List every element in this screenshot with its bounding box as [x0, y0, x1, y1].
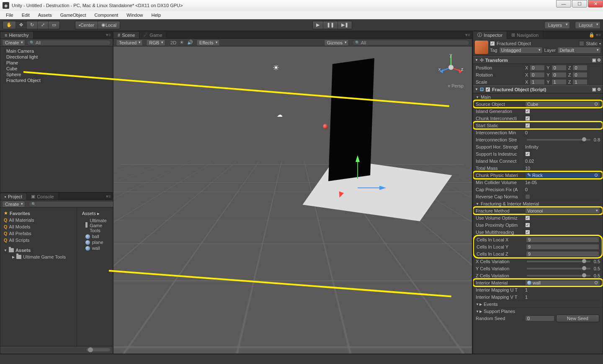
scene-render-dropdown[interactable]: RGB — [146, 39, 165, 46]
gizmo-y-axis[interactable] — [356, 155, 360, 162]
panel-options-icon[interactable]: ▾≡ — [104, 194, 113, 199]
pause-button[interactable]: ❚❚ — [323, 21, 338, 29]
assets-subfolder[interactable]: ▶Ultimate Game Tools — [2, 254, 75, 260]
inter-stre-slider[interactable] — [527, 139, 590, 141]
pivot-center-button[interactable]: ▪ Center — [75, 21, 98, 29]
support-planes-section[interactable]: ▶ Support Planes — [473, 308, 603, 315]
start-static-checkbox[interactable]: ✓ — [525, 123, 530, 128]
scene-tab[interactable]: # Scene — [113, 32, 139, 38]
fav-item[interactable]: QAll Materials — [2, 217, 75, 223]
scene-audio-toggle[interactable]: 🔊 — [187, 40, 193, 45]
cells-x-field[interactable]: 9 — [526, 237, 599, 243]
gameobject-name[interactable]: Fractured Object — [497, 41, 531, 46]
fav-item[interactable]: QAll Prefabs — [2, 230, 75, 237]
script-component-header[interactable]: ▼⊡ ✓ Fractured Object (Script)▣ ⚙ — [473, 85, 603, 93]
hierarchy-item[interactable]: Directional light — [1, 54, 112, 60]
scene-search[interactable]: All — [352, 40, 469, 46]
pos-y-field[interactable]: 0 — [551, 65, 567, 71]
fracturing-section[interactable]: Fracturing & Interior Material — [473, 200, 603, 207]
static-checkbox[interactable] — [579, 41, 584, 46]
asset-folder-item[interactable]: Ultimate Game Tools — [79, 218, 111, 233]
orientation-gizmo[interactable]: y xz — [438, 54, 464, 81]
gameobject-active-checkbox[interactable]: ✓ — [490, 41, 495, 46]
pivot-local-button[interactable]: ◉ Local — [98, 21, 120, 29]
project-breadcrumb[interactable]: Assets ▸ — [79, 210, 111, 218]
panel-options-icon[interactable]: ▾≡ — [104, 32, 113, 38]
hierarchy-item-cube[interactable]: Cube — [1, 66, 112, 72]
cells-y-field[interactable]: 9 — [526, 244, 599, 250]
navigation-tab[interactable]: ⊞ Navigation — [507, 31, 543, 38]
tag-dropdown[interactable]: Untagged — [499, 47, 543, 54]
pos-z-field[interactable]: 0 — [572, 65, 588, 71]
hierarchy-search[interactable]: All — [27, 40, 111, 46]
asset-material-item[interactable]: plane — [79, 239, 111, 245]
island-gen-checkbox[interactable]: ✓ — [525, 109, 530, 114]
scene-effects-dropdown[interactable]: Effects — [196, 39, 219, 46]
gizmo-x-axis[interactable] — [379, 186, 386, 190]
menu-window[interactable]: Window — [122, 12, 147, 18]
panel-options-icon[interactable]: ▾≡ — [464, 32, 472, 38]
reverse-cap-checkbox[interactable] — [525, 194, 530, 199]
menu-component[interactable]: Component — [90, 12, 122, 18]
step-button[interactable]: ▶❚ — [338, 21, 352, 29]
cells-z-field[interactable]: 9 — [526, 251, 599, 257]
game-tab[interactable]: ☄ Game — [139, 31, 167, 38]
scene-light-toggle[interactable]: ☀ — [180, 40, 184, 45]
rot-z-field[interactable]: 0 — [572, 72, 588, 78]
rot-x-field[interactable]: 0 — [530, 72, 545, 78]
transform-component-header[interactable]: ▼⊹ Transform▣ ⚙ — [473, 56, 603, 64]
perspective-label[interactable]: ≡ Persp — [448, 83, 464, 88]
hierarchy-create-dropdown[interactable]: Create — [2, 39, 25, 46]
hierarchy-item[interactable]: Main Camera — [1, 48, 112, 54]
scale-x-field[interactable]: 1 — [530, 79, 545, 85]
pos-x-field[interactable]: 0 — [530, 65, 545, 71]
source-object-field[interactable]: Cube⊙ — [525, 101, 600, 107]
layout-dropdown[interactable]: Layout — [575, 21, 600, 29]
hand-tool-button[interactable]: ✋ — [3, 21, 16, 29]
asset-material-item[interactable]: ball — [79, 233, 111, 239]
asset-material-wall[interactable]: wall — [79, 245, 111, 251]
maximize-button[interactable]: ☐ — [572, 0, 587, 8]
menu-file[interactable]: File — [2, 12, 18, 18]
scene-gizmos-dropdown[interactable]: Gizmos — [324, 39, 349, 46]
rotate-tool-button[interactable]: ↻ — [27, 21, 38, 29]
assets-folder[interactable]: ▼Assets — [2, 247, 75, 254]
menu-edit[interactable]: Edit — [18, 12, 34, 18]
favorites-header[interactable]: ★Favorites — [2, 210, 75, 217]
console-tab[interactable]: ▣ Console — [27, 193, 58, 200]
menu-assets[interactable]: Assets — [34, 12, 56, 18]
hierarchy-tab[interactable]: ≡ Hierarchy — [0, 32, 34, 38]
random-seed-field[interactable]: 0 — [525, 315, 554, 321]
chunk-inter-checkbox[interactable]: ✓ — [525, 116, 530, 121]
move-tool-button[interactable]: ✥ — [16, 21, 27, 29]
close-button[interactable]: ✕ — [588, 0, 603, 8]
layers-dropdown[interactable]: Layers — [544, 21, 570, 29]
scene-2d-toggle[interactable]: 2D — [170, 40, 176, 45]
hierarchy-item[interactable]: Plane — [1, 60, 112, 66]
menu-help[interactable]: Help — [147, 12, 165, 18]
project-create-dropdown[interactable]: Create — [2, 201, 25, 208]
menu-gameobject[interactable]: GameObject — [56, 12, 90, 18]
scene-shading-dropdown[interactable]: Textured — [116, 39, 143, 46]
minimize-button[interactable]: — — [556, 0, 571, 8]
support-indes-checkbox[interactable]: ✓ — [525, 151, 530, 156]
inspector-tab[interactable]: ⓘ Inspector — [473, 31, 507, 39]
fav-item[interactable]: QAll Scripts — [2, 237, 75, 244]
layer-dropdown[interactable]: Default — [557, 47, 601, 54]
rot-y-field[interactable]: 0 — [551, 72, 567, 78]
project-tab[interactable]: ▪ Project — [0, 193, 27, 200]
scale-tool-button[interactable]: ⤢ — [38, 21, 49, 29]
play-button[interactable]: ▶ — [313, 21, 323, 29]
rect-tool-button[interactable]: ▭ — [49, 21, 59, 29]
events-section[interactable]: ▶ Events — [473, 300, 603, 308]
fav-item[interactable]: QAll Models — [2, 223, 75, 230]
interior-material-field[interactable]: wall⊙ — [525, 280, 600, 286]
scale-z-field[interactable]: 1 — [572, 79, 588, 85]
new-seed-button[interactable]: New Seed — [556, 315, 599, 322]
scale-y-field[interactable]: 1 — [551, 79, 567, 85]
fracture-method-dropdown[interactable]: Voronoi — [525, 208, 600, 214]
thumbnail-size-slider[interactable] — [87, 348, 110, 351]
chunk-physic-field[interactable]: ✎ Rock⊙ — [525, 172, 600, 178]
main-section[interactable]: Main — [473, 93, 603, 100]
panel-options-icon[interactable]: 🔒 ▾≡ — [587, 32, 603, 38]
